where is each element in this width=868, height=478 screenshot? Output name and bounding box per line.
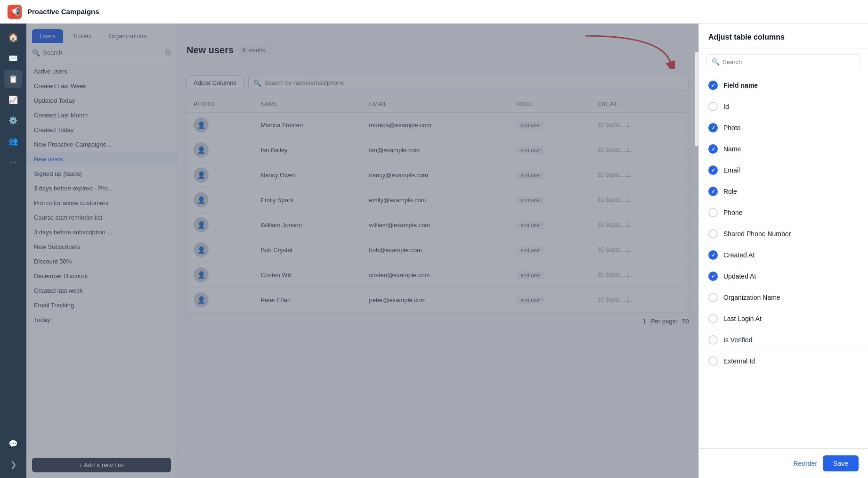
app-logo: 📢 <box>8 5 22 19</box>
sidebar-item-3days-subscription[interactable]: 3 days before subscription ... <box>26 225 177 239</box>
adjust-columns-button[interactable]: Adjust Columns <box>187 75 243 90</box>
sidebar-item-created-last-week[interactable]: Created Last Week <box>26 79 177 93</box>
col-name: Name <box>254 96 363 113</box>
table-row[interactable]: 👤 William Jonson william@example.com end… <box>187 213 689 238</box>
nav-expand-icon[interactable]: ❯ <box>4 455 22 473</box>
sidebar-search-icon: 🔍 <box>32 49 40 57</box>
checkbox[interactable]: ✓ <box>708 81 718 90</box>
checkbox[interactable] <box>708 314 718 323</box>
table-row[interactable]: 👤 Cristen Will cristen@example.com end-u… <box>187 263 689 288</box>
sidebar-item-new-proactive-campaigns[interactable]: New Proactive Campaigns ... <box>26 137 177 152</box>
checkbox[interactable]: ✓ <box>708 250 718 260</box>
cell-name: Cristen Will <box>254 263 363 288</box>
filter-icon[interactable]: ⊞ <box>165 48 171 57</box>
nav-settings-icon[interactable]: ⚙️ <box>4 111 22 129</box>
sidebar-item-course-start[interactable]: Course start reminder list <box>26 210 177 225</box>
checkbox[interactable] <box>708 102 718 111</box>
checkbox[interactable]: ✓ <box>708 144 718 154</box>
sidebar-tabs: Users Tickets Organizations <box>26 24 177 43</box>
nav-chart-icon[interactable]: 📈 <box>4 91 22 108</box>
nav-grid-icon[interactable]: ⋯ <box>4 153 22 171</box>
checkbox[interactable] <box>708 229 718 239</box>
role-badge: end-user <box>517 122 544 129</box>
table-area: New users 9 results Adjust C <box>177 24 698 478</box>
panel-item-name[interactable]: ✓Name <box>699 139 868 160</box>
save-button[interactable]: Save <box>823 455 859 471</box>
role-badge: end-user <box>517 272 544 279</box>
panel-item-label: Field name <box>723 82 758 89</box>
sidebar-item-discount-50[interactable]: Discount 50% <box>26 254 177 269</box>
cell-email: peter@example.com <box>363 288 511 313</box>
panel-item-last-login-at[interactable]: Last Login At <box>699 308 868 330</box>
panel-item-label: Last Login At <box>723 315 762 322</box>
cell-created: 30 Septe... 1... <box>591 238 689 263</box>
nav-home-icon[interactable]: 🏠 <box>4 28 22 46</box>
panel-item-created-at[interactable]: ✓Created At <box>699 245 868 266</box>
checkbox[interactable] <box>708 335 718 345</box>
add-list-button[interactable]: + Add a new List <box>32 458 171 472</box>
panel-item-shared-phone-number[interactable]: Shared Phone Number <box>699 223 868 245</box>
panel-item-updated-at[interactable]: ✓Updated At <box>699 266 868 287</box>
table-search-input[interactable] <box>264 79 684 86</box>
panel-item-is-verified[interactable]: Is Verified <box>699 330 868 351</box>
nav-users-icon[interactable]: 👥 <box>4 132 22 150</box>
tab-organizations[interactable]: Organizations <box>101 29 154 43</box>
sidebar-item-created-last-month[interactable]: Created Last Month <box>26 108 177 123</box>
panel-item-email[interactable]: ✓Email <box>699 160 868 181</box>
tab-users[interactable]: Users <box>32 29 63 43</box>
panel-search-input[interactable] <box>722 58 855 66</box>
nav-mail-icon[interactable]: ✉️ <box>4 49 22 67</box>
sidebar-item-december-discount[interactable]: December Discount <box>26 269 177 283</box>
sidebar-item-today[interactable]: Today <box>26 313 177 327</box>
checkbox[interactable]: ✓ <box>708 123 718 132</box>
panel-search-icon: 🔍 <box>712 58 720 66</box>
panel-item-field-name[interactable]: ✓Field name <box>699 75 868 96</box>
panel-item-label: Created At <box>723 251 754 259</box>
table-row[interactable]: 👤 Bob Crystal bob@example.com end-user 3… <box>187 238 689 263</box>
sidebar-item-created-today[interactable]: Created Today <box>26 123 177 137</box>
sidebar-item-signed-up-leads[interactable]: Signed up (leads) <box>26 166 177 181</box>
checkbox[interactable] <box>708 293 718 302</box>
data-table: Photo Name Email Role Creat... 👤 Monica … <box>187 96 689 313</box>
checkbox[interactable]: ✓ <box>708 165 718 175</box>
avatar: 👤 <box>194 167 209 182</box>
sidebar-search-input[interactable] <box>43 49 162 56</box>
reorder-button[interactable]: Reorder <box>793 460 817 467</box>
table-row[interactable]: 👤 Nancy Owen nancy@example.com end-user … <box>187 163 689 188</box>
role-badge: end-user <box>517 197 544 204</box>
table-row[interactable]: 👤 Emily Spark emily@example.com end-user… <box>187 188 689 213</box>
sidebar-item-new-subscribers[interactable]: New Subscribers <box>26 239 177 254</box>
sidebar-item-active-users[interactable]: Active users <box>26 64 177 79</box>
sidebar-item-created-last-week2[interactable]: Created last week <box>26 283 177 298</box>
sidebar-item-updated-today[interactable]: Updated Today <box>26 93 177 108</box>
nav-messages-icon[interactable]: 💬 <box>4 435 22 453</box>
sidebar-item-3days-expired[interactable]: 3 days before expired - Pro... <box>26 181 177 196</box>
sidebar-item-email-tracking[interactable]: Email Tracking <box>26 298 177 313</box>
checkbox[interactable]: ✓ <box>708 272 718 281</box>
sidebar-item-promo-active[interactable]: Promo for active customers <box>26 196 177 210</box>
panel-item-external-id[interactable]: External Id <box>699 351 868 372</box>
panel-item-photo[interactable]: ✓Photo <box>699 117 868 139</box>
nav-campaigns-icon[interactable]: 📋 <box>4 70 22 88</box>
panel-item-phone[interactable]: Phone <box>699 202 868 223</box>
checkbox[interactable] <box>708 208 718 217</box>
panel-item-role[interactable]: ✓Role <box>699 181 868 202</box>
table-row[interactable]: 👤 Ian Bailey ian@example.com end-user 30… <box>187 138 689 163</box>
tab-tickets[interactable]: Tickets <box>65 29 99 43</box>
sidebar-item-new-users[interactable]: New users <box>26 152 177 166</box>
adjust-columns-panel: Adjust table columns 🔍 ✓Field nameId✓Pho… <box>698 24 868 478</box>
panel-item-label: Photo <box>723 124 741 132</box>
checkbox[interactable]: ✓ <box>708 187 718 196</box>
cell-name: Nancy Owen <box>254 163 363 188</box>
sidebar: Users Tickets Organizations 🔍 ⊞ Active u… <box>26 24 177 478</box>
checkbox[interactable] <box>708 356 718 366</box>
table-footer: 1 Per page: 50 <box>187 313 689 330</box>
sidebar-footer: + Add a new List <box>26 452 177 478</box>
panel-header: Adjust table columns <box>699 24 868 49</box>
table-row[interactable]: 👤 Peter Ellan peter@example.com end-user… <box>187 288 689 313</box>
panel-item-id[interactable]: Id <box>699 96 868 117</box>
table-row[interactable]: 👤 Monica Frosten monica@example.com end-… <box>187 113 689 138</box>
sidebar-search-bar: 🔍 ⊞ <box>26 43 177 62</box>
panel-item-organization-name[interactable]: Organization Name <box>699 287 868 308</box>
panel-field-list: ✓Field nameId✓Photo✓Name✓Email✓RolePhone… <box>699 75 868 448</box>
